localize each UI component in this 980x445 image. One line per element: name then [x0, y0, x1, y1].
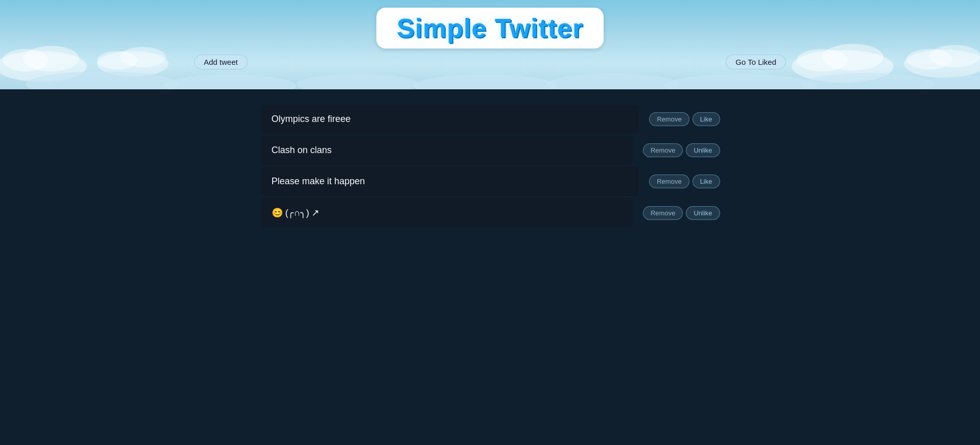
- tweet-text: Olympics are fireee: [260, 105, 639, 134]
- add-tweet-button[interactable]: Add tweet: [194, 55, 248, 69]
- nav-row: Add tweet Go To Liked: [0, 55, 980, 69]
- tweet-text: Clash on clans: [260, 136, 633, 165]
- svg-point-14: [296, 74, 419, 89]
- tweet-row: Clash on clansRemoveUnlike: [260, 136, 720, 165]
- svg-point-19: [919, 76, 980, 89]
- tweet-list: Olympics are fireeeRemoveLikeClash on cl…: [0, 100, 980, 228]
- main-content: Olympics are fireeeRemoveLikeClash on cl…: [0, 89, 980, 445]
- tweet-row: Please make it happenRemoveLike: [260, 167, 720, 196]
- remove-button[interactable]: Remove: [649, 175, 689, 188]
- tweet-text: 😊 (╭∩╮) ↗: [260, 198, 633, 228]
- like-button[interactable]: Like: [692, 112, 720, 126]
- svg-point-16: [546, 73, 679, 89]
- remove-button[interactable]: Remove: [649, 112, 689, 126]
- go-to-liked-button[interactable]: Go To Liked: [726, 55, 786, 69]
- tweet-text: Please make it happen: [260, 167, 639, 196]
- svg-point-15: [414, 75, 557, 89]
- header-area: Simple Twitter Add tweet Go To Liked: [0, 0, 980, 89]
- tweet-actions: RemoveUnlike: [643, 143, 720, 157]
- tweet-row: 😊 (╭∩╮) ↗RemoveUnlike: [260, 198, 720, 228]
- unlike-button[interactable]: Unlike: [686, 143, 720, 157]
- remove-button[interactable]: Remove: [643, 143, 683, 157]
- tweet-actions: RemoveLike: [649, 112, 720, 126]
- unlike-button[interactable]: Unlike: [686, 206, 720, 220]
- app-title: Simple Twitter: [397, 13, 584, 43]
- title-box: Simple Twitter: [376, 8, 604, 48]
- tweet-row: Olympics are fireeeRemoveLike: [260, 105, 720, 134]
- tweet-actions: RemoveUnlike: [643, 206, 720, 220]
- svg-point-17: [664, 74, 817, 89]
- svg-point-12: [26, 71, 179, 89]
- tweet-actions: RemoveLike: [649, 175, 720, 188]
- like-button[interactable]: Like: [692, 175, 720, 188]
- svg-point-18: [802, 73, 935, 89]
- remove-button[interactable]: Remove: [643, 206, 683, 220]
- svg-point-13: [163, 75, 296, 89]
